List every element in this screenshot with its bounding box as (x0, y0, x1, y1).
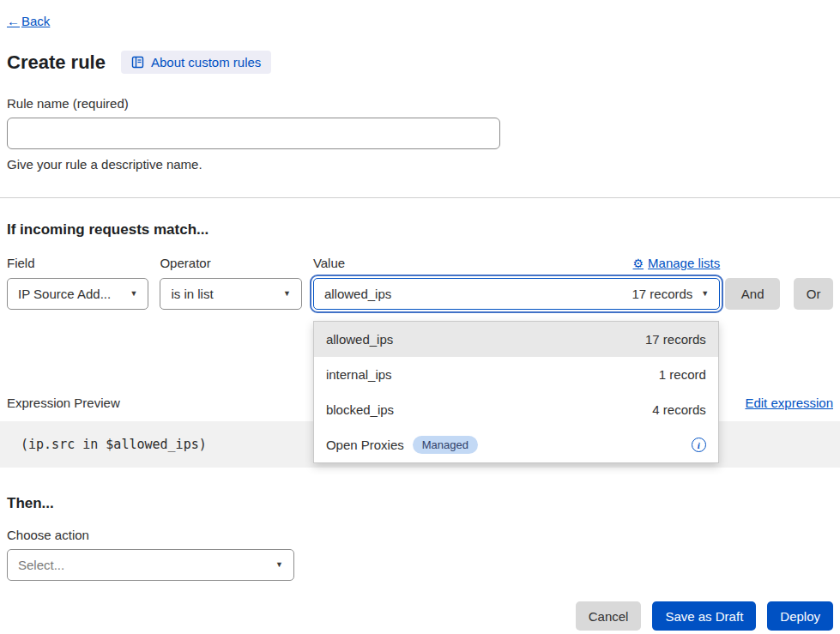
rule-name-helper: Give your rule a descriptive name. (7, 157, 833, 172)
chevron-down-icon: ▼ (130, 290, 138, 298)
rule-name-label: Rule name (required) (7, 96, 833, 111)
lists-dropdown: allowed_ips 17 records internal_ips 1 re… (313, 321, 719, 463)
list-item-name: Open Proxies (326, 438, 404, 452)
list-item-name: blocked_ips (326, 402, 394, 417)
deploy-button[interactable]: Deploy (767, 601, 833, 631)
expression-preview-label: Expression Preview (7, 395, 120, 410)
match-row: Field IP Source Add... ▼ Operator is in … (7, 256, 833, 310)
list-item-internal-ips[interactable]: internal_ips 1 record (314, 357, 718, 392)
field-label: Field (7, 256, 148, 270)
list-item-meta: 17 records (645, 332, 706, 347)
or-button[interactable]: Or (794, 278, 833, 310)
field-select[interactable]: IP Source Add... ▼ (7, 278, 148, 310)
value-select-wrap: allowed_ips 17 records ▼ allowed_ips 17 … (313, 278, 720, 310)
back-link-label: Back (21, 14, 50, 28)
create-rule-page: ←Back Create rule About custom rules Rul… (0, 0, 840, 634)
manage-lists-label: Manage lists (648, 256, 720, 270)
operator-select-value: is in list (171, 287, 213, 301)
list-item-allowed-ips[interactable]: allowed_ips 17 records (314, 322, 718, 357)
action-select[interactable]: Select... ▼ (7, 549, 294, 581)
value-header: Value ⚙ Manage lists (313, 256, 720, 270)
list-item-name: allowed_ips (326, 332, 393, 347)
list-item-name: internal_ips (326, 367, 392, 382)
cancel-button[interactable]: Cancel (576, 601, 642, 631)
action-select-placeholder: Select... (18, 558, 64, 572)
value-label: Value (313, 256, 345, 270)
then-heading: Then... (7, 495, 833, 512)
back-link[interactable]: ←Back (7, 14, 50, 28)
operator-column: Operator is in list ▼ (160, 256, 301, 310)
list-item-left: Open Proxies Managed (326, 436, 478, 454)
save-draft-button[interactable]: Save as Draft (652, 601, 756, 631)
list-item-meta: 4 records (652, 402, 706, 417)
value-column: Value ⚙ Manage lists allowed_ips 17 reco… (313, 256, 720, 310)
info-icon[interactable]: i (692, 438, 706, 452)
about-custom-rules-link[interactable]: About custom rules (121, 51, 271, 74)
section-divider (0, 197, 840, 198)
match-heading: If incoming requests match... (7, 221, 833, 239)
field-select-value: IP Source Add... (18, 287, 111, 301)
chevron-down-icon: ▼ (283, 290, 291, 298)
operator-select[interactable]: is in list ▼ (160, 278, 301, 310)
title-row: Create rule About custom rules (7, 51, 833, 74)
list-item-open-proxies[interactable]: Open Proxies Managed i (314, 427, 718, 462)
about-custom-rules-label: About custom rules (151, 55, 261, 69)
edit-expression-link[interactable]: Edit expression (745, 395, 833, 410)
footer-actions: Cancel Save as Draft Deploy (7, 601, 833, 631)
value-selected-text: allowed_ips (324, 287, 391, 301)
page-title: Create rule (7, 51, 106, 74)
chevron-down-icon: ▼ (701, 290, 709, 298)
operator-label: Operator (160, 256, 301, 270)
manage-lists-link[interactable]: ⚙ Manage lists (633, 256, 721, 270)
back-arrow-icon: ← (7, 14, 20, 28)
field-column: Field IP Source Add... ▼ (7, 256, 148, 310)
value-select[interactable]: allowed_ips 17 records ▼ (313, 278, 720, 310)
list-item-blocked-ips[interactable]: blocked_ips 4 records (314, 392, 718, 427)
chevron-down-icon: ▼ (275, 561, 283, 569)
rule-name-input[interactable] (7, 118, 500, 149)
managed-badge: Managed (413, 436, 478, 454)
and-button[interactable]: And (725, 278, 780, 310)
gear-icon: ⚙ (633, 257, 644, 270)
choose-action-label: Choose action (7, 528, 833, 542)
value-select-right: 17 records ▼ (632, 287, 709, 301)
list-item-meta: 1 record (659, 367, 706, 382)
value-records-count: 17 records (632, 287, 692, 301)
docs-icon (131, 56, 144, 69)
